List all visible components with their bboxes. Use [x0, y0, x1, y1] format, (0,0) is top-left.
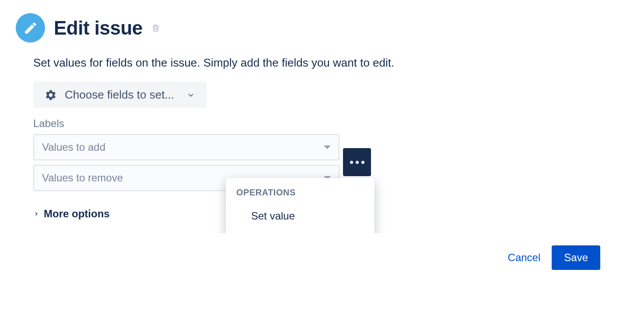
pencil-icon: [23, 21, 38, 35]
dots-icon: [350, 161, 364, 164]
chevron-right-icon: [33, 211, 39, 217]
dropdown-item-label: Set value: [251, 210, 295, 222]
trash-icon[interactable]: [151, 23, 160, 33]
field-selector-label: Choose fields to set...: [65, 88, 174, 102]
field-selector-button[interactable]: Choose fields to set...: [33, 82, 206, 108]
triangle-down-icon: [324, 145, 331, 149]
more-options-label: More options: [44, 208, 110, 220]
values-to-remove-placeholder: Values to remove: [42, 172, 123, 184]
header: Edit issue: [16, 13, 628, 43]
labels-field-label: Labels: [33, 117, 628, 130]
dropdown-item-add-remove[interactable]: Add/remove values: [226, 230, 374, 233]
dropdown-header: OPERATIONS: [226, 185, 374, 202]
edit-icon-badge: [16, 13, 45, 43]
page-title: Edit issue: [54, 17, 143, 39]
values-to-add-input[interactable]: Values to add: [33, 134, 340, 160]
gear-icon: [45, 89, 57, 101]
chevron-down-icon: [186, 91, 195, 99]
operations-dropdown: OPERATIONS Set value Add/remove values C…: [226, 178, 374, 233]
dropdown-item-set-value[interactable]: Set value: [226, 202, 374, 230]
more-actions-button[interactable]: [343, 148, 371, 176]
content: Set values for fields on the issue. Simp…: [16, 55, 628, 220]
values-to-add-placeholder: Values to add: [42, 141, 105, 153]
description-text: Set values for fields on the issue. Simp…: [33, 55, 628, 71]
labels-field-row: Values to add Values to remove OPERATION…: [33, 134, 628, 191]
